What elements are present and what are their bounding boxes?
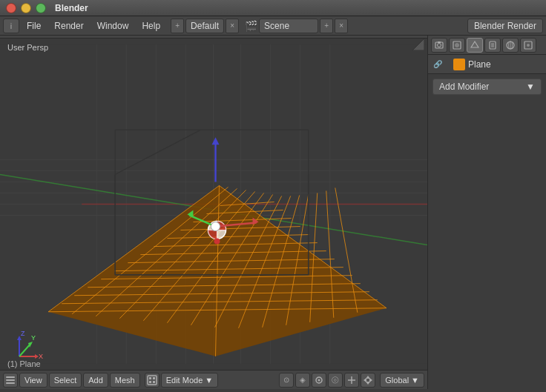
axes-widget: Z X Y — [10, 327, 47, 364]
user-persp-label: User Persp — [7, 43, 48, 52]
move-icon[interactable] — [361, 373, 375, 388]
edit-mode-arrow: ▼ — [205, 376, 213, 385]
minimize-button[interactable] — [21, 3, 31, 13]
layout-dropdown[interactable]: Default — [185, 19, 224, 33]
object-name: Plane — [468, 59, 491, 70]
scene-label: Scene — [264, 21, 289, 31]
svg-point-87 — [318, 379, 320, 381]
viewport-header-strip — [0, 36, 427, 39]
menu-bar: i File Render Window Help + Default × 🎬 … — [0, 16, 546, 36]
menu-help[interactable]: Help — [136, 19, 166, 33]
select-menu-button[interactable]: Select — [49, 373, 82, 388]
add-modifier-button[interactable]: Add Modifier ▼ — [432, 79, 542, 95]
main-content: User Persp — [0, 36, 546, 389]
object-data-tab[interactable] — [467, 38, 483, 53]
scene-close-button[interactable]: × — [335, 19, 348, 33]
svg-rect-83 — [153, 377, 155, 379]
menu-render[interactable]: Render — [48, 19, 89, 33]
svg-rect-80 — [6, 382, 15, 384]
svg-rect-82 — [149, 377, 151, 379]
menu-file[interactable]: File — [21, 19, 47, 33]
select-label: Select — [54, 376, 77, 385]
svg-point-61 — [214, 239, 220, 245]
right-panel: 🔗 Plane Add Modifier ▼ — [427, 36, 546, 389]
pivot-icon[interactable]: ⊙ — [279, 373, 294, 388]
render-engine-dropdown[interactable]: Blender Render — [467, 19, 543, 33]
render-engine-label: Blender Render — [474, 21, 536, 31]
svg-point-68 — [211, 222, 220, 231]
app-title: Blender — [55, 3, 88, 13]
svg-rect-85 — [153, 381, 155, 383]
layout-dropdown-label: Default — [191, 21, 219, 31]
global-label: Global — [385, 376, 409, 385]
right-panel-object-header: 🔗 Plane — [428, 55, 546, 74]
svg-text:Y: Y — [31, 334, 36, 342]
modifier-tab[interactable] — [484, 38, 501, 53]
viewport-toolbar: View Select Add Mesh — [0, 370, 427, 389]
scene-add-button[interactable]: + — [320, 19, 333, 33]
svg-point-108 — [527, 44, 530, 47]
edit-mode-dropdown[interactable]: Edit Mode ▼ — [161, 373, 218, 388]
scene-tab[interactable] — [502, 38, 519, 53]
right-panel-tabs — [428, 36, 546, 55]
render-tab[interactable] — [449, 38, 465, 53]
scene-dropdown[interactable]: Scene — [259, 19, 318, 33]
svg-rect-96 — [438, 41, 441, 43]
scene-canvas — [0, 39, 427, 370]
scene-icon: 🎬 — [245, 20, 257, 32]
svg-point-95 — [438, 43, 441, 47]
svg-rect-81 — [148, 376, 157, 385]
add-menu-button[interactable]: Add — [83, 373, 108, 388]
camera-tab[interactable] — [431, 38, 447, 53]
svg-rect-79 — [6, 379, 15, 381]
svg-marker-99 — [471, 41, 478, 47]
info-button[interactable]: i — [3, 19, 19, 33]
viewport-menu-icon[interactable] — [3, 373, 18, 388]
viewport-corner-widget[interactable] — [412, 39, 424, 50]
transform-icon[interactable] — [344, 373, 359, 388]
svg-text:Z: Z — [21, 330, 25, 337]
add-label: Add — [88, 376, 103, 385]
maximize-button[interactable] — [36, 3, 46, 13]
transform-orientation-icon[interactable]: ◈ — [295, 373, 310, 388]
plane-label: (1) Plane — [7, 359, 41, 368]
svg-point-98 — [455, 43, 459, 47]
svg-marker-92 — [364, 378, 366, 382]
global-arrow: ▼ — [411, 376, 419, 385]
snap-icon[interactable] — [312, 373, 326, 388]
mesh-menu-button[interactable]: Mesh — [110, 373, 140, 388]
viewport[interactable]: User Persp — [0, 36, 427, 389]
title-bar: Blender — [0, 0, 546, 16]
object-type-icon — [453, 59, 465, 70]
close-button[interactable] — [6, 3, 16, 13]
layout-add-button[interactable]: + — [171, 19, 184, 33]
svg-marker-0 — [412, 39, 424, 50]
right-panel-content — [428, 99, 546, 389]
svg-marker-93 — [369, 378, 372, 382]
layout-close-button[interactable]: × — [226, 19, 239, 33]
add-modifier-label: Add Modifier — [439, 82, 489, 92]
svg-rect-84 — [149, 381, 151, 383]
view-label: View — [24, 376, 42, 385]
edit-mode-label: Edit Mode — [166, 376, 203, 385]
svg-rect-78 — [6, 376, 15, 378]
mesh-label: Mesh — [115, 376, 135, 385]
view-menu-button[interactable]: View — [19, 373, 47, 388]
world-tab[interactable] — [520, 38, 536, 53]
mode-icon[interactable] — [145, 373, 159, 388]
global-dropdown[interactable]: Global ▼ — [380, 373, 424, 388]
add-modifier-arrow: ▼ — [526, 82, 535, 92]
svg-marker-109 — [455, 61, 463, 68]
chain-icon: 🔗 — [432, 59, 443, 70]
proportional-edit-icon[interactable]: ⦾ — [328, 373, 343, 388]
menu-window[interactable]: Window — [91, 19, 135, 33]
